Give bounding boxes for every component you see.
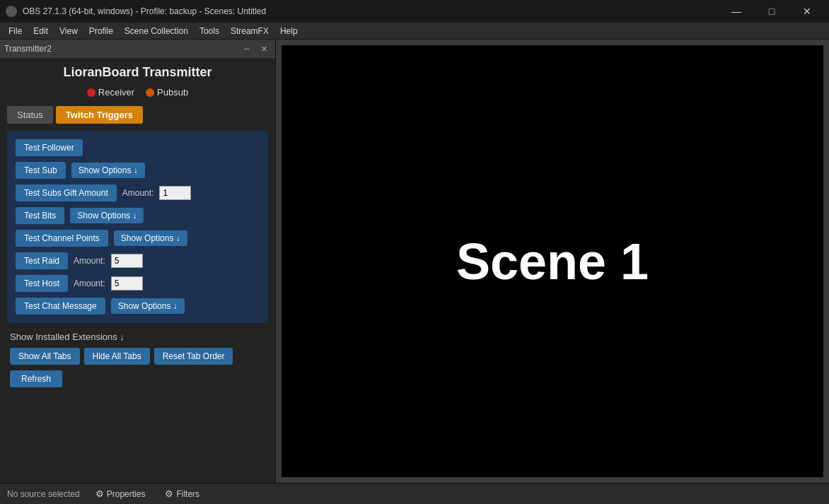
receiver-label: Receiver <box>98 87 134 98</box>
tab-row: Status Twitch Triggers <box>7 106 268 124</box>
menu-streamfx[interactable]: StreamFX <box>225 25 274 37</box>
test-follower-button[interactable]: Test Follower <box>16 139 83 156</box>
pubsub-dot <box>146 88 154 97</box>
subs-gift-amount-input[interactable] <box>159 186 191 200</box>
receiver-dot <box>87 88 95 97</box>
show-options-chat-button[interactable]: Show Options ↓ <box>111 298 185 314</box>
trigger-row-channel-points: Test Channel Points Show Options ↓ <box>16 230 260 247</box>
menu-profile[interactable]: Profile <box>83 25 119 37</box>
right-panel: Scene 1 <box>276 40 829 483</box>
pubsub-status: Pubsub <box>146 87 188 98</box>
properties-button[interactable]: ⚙ Properties <box>91 487 150 500</box>
minimize-button[interactable]: — <box>720 1 753 22</box>
properties-label: Properties <box>107 489 146 499</box>
trigger-row-bits: Test Bits Show Options ↓ <box>16 207 260 224</box>
test-channel-points-button[interactable]: Test Channel Points <box>16 230 108 247</box>
plugin-minimize-button[interactable]: ─ <box>240 42 254 55</box>
title-bar: OBS 27.1.3 (64-bit, windows) - Profile: … <box>0 0 829 23</box>
title-bar-text: OBS 27.1.3 (64-bit, windows) - Profile: … <box>23 6 720 16</box>
bottom-buttons: Show All Tabs Hide All Tabs Reset Tab Or… <box>10 348 265 365</box>
show-all-tabs-button[interactable]: Show All Tabs <box>10 348 80 365</box>
main-layout: Transmitter2 ─ ✕ LioranBoard Transmitter… <box>0 40 829 483</box>
show-options-sub-button[interactable]: Show Options ↓ <box>71 163 145 178</box>
menu-view[interactable]: View <box>54 25 83 37</box>
plugin-close-button[interactable]: ✕ <box>257 42 271 55</box>
app-icon <box>6 6 17 17</box>
extensions-title: Show Installed Extensions ↓ <box>10 332 265 342</box>
test-bits-button[interactable]: Test Bits <box>16 207 64 224</box>
trigger-row-follower: Test Follower <box>16 139 260 156</box>
trigger-row-host: Test Host Amount: <box>16 275 260 292</box>
left-panel: Transmitter2 ─ ✕ LioranBoard Transmitter… <box>0 40 276 483</box>
test-raid-button[interactable]: Test Raid <box>16 252 68 269</box>
status-bar: No source selected ⚙ Properties ⚙ Filter… <box>0 483 829 504</box>
test-host-button[interactable]: Test Host <box>16 275 68 292</box>
plugin-titlebar-text: Transmitter2 <box>4 44 52 54</box>
host-amount-label: Amount: <box>74 279 105 288</box>
scene-text: Scene 1 <box>456 233 649 291</box>
menu-bar: File Edit View Profile Scene Collection … <box>0 23 829 40</box>
trigger-row-sub: Test Sub Show Options ↓ <box>16 162 260 179</box>
show-options-bits-button[interactable]: Show Options ↓ <box>70 208 144 223</box>
menu-scene-collection[interactable]: Scene Collection <box>119 25 194 37</box>
plugin-titlebar: Transmitter2 ─ ✕ <box>0 40 275 58</box>
status-row: Receiver Pubsub <box>7 87 268 98</box>
extensions-title-text: Show Installed Extensions ↓ <box>10 332 124 342</box>
hide-all-tabs-button[interactable]: Hide All Tabs <box>84 348 150 365</box>
tab-status[interactable]: Status <box>7 106 53 124</box>
triggers-box: Test Follower Test Sub Show Options ↓ Te… <box>7 131 268 323</box>
show-options-channel-button[interactable]: Show Options ↓ <box>114 230 187 246</box>
host-amount-input[interactable] <box>111 276 143 291</box>
tab-twitch-triggers[interactable]: Twitch Triggers <box>56 106 143 124</box>
trigger-row-subs-gift: Test Subs Gift Amount Amount: <box>16 184 260 201</box>
test-sub-button[interactable]: Test Sub <box>16 162 66 179</box>
gear-icon: ⚙ <box>95 488 104 499</box>
menu-edit[interactable]: Edit <box>28 25 54 37</box>
test-chat-button[interactable]: Test Chat Message <box>16 298 105 315</box>
no-source-text: No source selected <box>7 489 80 499</box>
menu-tools[interactable]: Tools <box>194 25 225 37</box>
plugin-titlebar-controls: ─ ✕ <box>240 42 271 55</box>
menu-help[interactable]: Help <box>274 25 303 37</box>
raid-amount-input[interactable] <box>111 254 143 268</box>
pubsub-label: Pubsub <box>157 87 188 98</box>
raid-amount-label: Amount: <box>74 256 105 266</box>
refresh-button[interactable]: Refresh <box>10 370 62 387</box>
filters-label: Filters <box>176 489 199 499</box>
extensions-section: Show Installed Extensions ↓ Show All Tab… <box>7 332 268 387</box>
plugin-content: LioranBoard Transmitter Receiver Pubsub … <box>0 58 275 483</box>
filter-icon: ⚙ <box>165 488 173 499</box>
subs-gift-amount-label: Amount: <box>122 188 154 198</box>
plugin-title: LioranBoard Transmitter <box>7 65 268 80</box>
receiver-status: Receiver <box>87 87 134 98</box>
reset-tab-order-button[interactable]: Reset Tab Order <box>154 348 233 365</box>
scene-canvas: Scene 1 <box>282 45 823 477</box>
preview-area: Scene 1 <box>282 45 823 477</box>
trigger-row-raid: Test Raid Amount: <box>16 252 260 269</box>
close-button[interactable]: ✕ <box>791 1 823 22</box>
menu-file[interactable]: File <box>3 25 28 37</box>
maximize-button[interactable]: □ <box>755 1 788 22</box>
filters-button[interactable]: ⚙ Filters <box>161 487 204 500</box>
trigger-row-chat: Test Chat Message Show Options ↓ <box>16 298 260 315</box>
test-subs-gift-button[interactable]: Test Subs Gift Amount <box>16 184 117 201</box>
title-bar-controls: — □ ✕ <box>720 1 823 22</box>
